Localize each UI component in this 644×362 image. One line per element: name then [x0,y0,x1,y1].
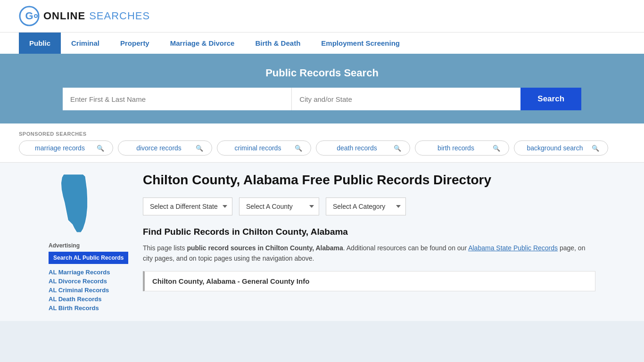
sidebar-link-birth[interactable]: AL Birth Records [49,304,133,312]
nav-item-marriage-divorce[interactable]: Marriage & Divorce [160,33,245,54]
page-title: Chilton County, Alabama Free Public Reco… [143,172,595,188]
search-icon-marriage: 🔍 [97,145,104,152]
nav-item-employment[interactable]: Employment Screening [311,33,410,54]
sidebar-link-divorce[interactable]: AL Divorce Records [49,278,133,285]
state-dropdown[interactable]: Select a Different State [143,197,232,215]
find-text-mid: . Additional resources can be found on o… [343,244,468,252]
pill-text-divorce: divorce records [127,144,191,152]
category-dropdown[interactable]: Select A Category [326,197,406,215]
page-body: Advertising Search AL Public Records AL … [0,163,644,321]
sponsored-pill-marriage[interactable]: marriage records 🔍 [19,140,113,156]
nav-item-property[interactable]: Property [110,33,160,54]
pill-text-marriage: marriage records [28,144,92,152]
county-info-bar: Chilton County, Alabama - General County… [143,271,595,291]
svg-point-3 [35,15,37,17]
search-button[interactable]: Search [520,88,581,110]
sidebar-links: AL Marriage Records AL Divorce Records A… [49,269,133,312]
search-icon-death: 🔍 [394,145,401,152]
find-records-title: Find Public Records in Chilton County, A… [143,227,595,237]
sponsored-pill-death[interactable]: death records 🔍 [316,140,410,156]
pill-text-birth: birth records [424,144,488,152]
sidebar-link-death[interactable]: AL Death Records [49,296,133,303]
sidebar-link-marriage[interactable]: AL Marriage Records [49,269,133,276]
state-map [49,172,133,235]
alabama-state-link[interactable]: Alabama State Public Records [468,244,558,252]
logo-icon: G [19,6,40,26]
logo-text-online: ONLINE [43,10,85,22]
sidebar-link-criminal[interactable]: AL Criminal Records [49,287,133,294]
sponsored-pill-birth[interactable]: birth records 🔍 [415,140,509,156]
search-form: Search [63,88,581,110]
pill-text-criminal: criminal records [226,144,290,152]
sponsored-pills: marriage records 🔍 divorce records 🔍 cri… [19,140,625,162]
pill-text-background: background search [523,144,587,152]
search-banner-title: Public Records Search [19,67,625,79]
sidebar: Advertising Search AL Public Records AL … [49,172,143,312]
city-state-input[interactable] [292,88,520,110]
logo[interactable]: G ONLINE SEARCHES [19,6,150,26]
name-input[interactable] [63,88,292,110]
dropdown-row: Select a Different State Select A County… [143,197,595,215]
sponsored-pill-background[interactable]: background search 🔍 [514,140,608,156]
sponsored-pill-criminal[interactable]: criminal records 🔍 [217,140,311,156]
find-text-intro: This page lists [143,244,187,252]
pill-text-death: death records [325,144,389,152]
county-dropdown[interactable]: Select A County [239,197,319,215]
search-icon-background: 🔍 [592,145,599,152]
sidebar-ad-label: Advertising [49,242,133,249]
sponsored-label: SPONSORED SEARCHES [19,131,625,137]
main-nav: Public Criminal Property Marriage & Divo… [0,32,644,54]
nav-item-public[interactable]: Public [19,33,61,54]
nav-item-birth-death[interactable]: Birth & Death [245,33,311,54]
search-icon-birth: 🔍 [493,145,500,152]
alabama-map-svg [49,172,100,233]
find-records-text: This page lists public record sources in… [143,243,595,264]
header: G ONLINE SEARCHES [0,0,644,32]
content-area: Chilton County, Alabama Free Public Reco… [143,172,595,312]
find-text-bold: public record sources in Chilton County,… [187,244,343,252]
search-icon-divorce: 🔍 [196,145,203,152]
sponsored-section: SPONSORED SEARCHES marriage records 🔍 di… [0,123,644,163]
sidebar-ad-button[interactable]: Search AL Public Records [49,252,128,264]
sponsored-pill-divorce[interactable]: divorce records 🔍 [118,140,212,156]
search-icon-criminal: 🔍 [295,145,302,152]
main-area: Advertising Search AL Public Records AL … [30,163,614,321]
nav-item-criminal[interactable]: Criminal [61,33,110,54]
search-banner: Public Records Search Search [0,54,644,123]
svg-text:G: G [25,10,33,22]
logo-text-searches: SEARCHES [89,10,150,22]
